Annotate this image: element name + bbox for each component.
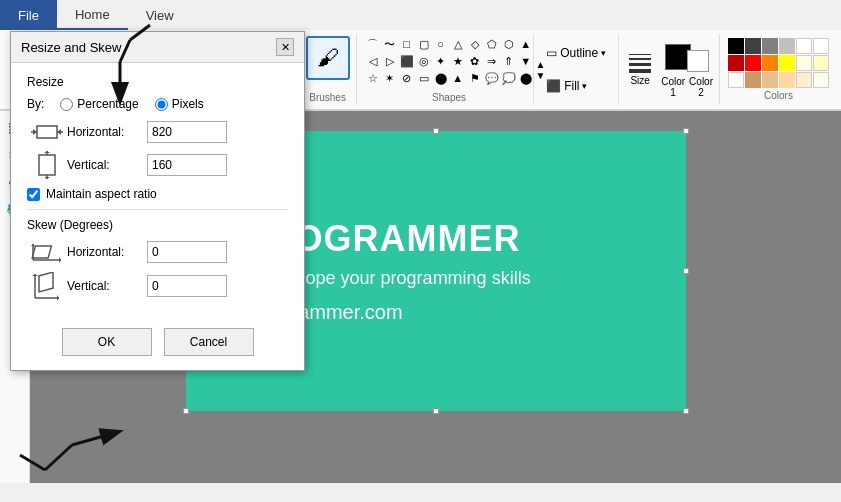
color-labels: Color 1 Color 2: [661, 76, 713, 98]
resize-h-icon: [30, 121, 67, 143]
skew-h-input[interactable]: [147, 241, 227, 263]
dialog-footer: OK Cancel: [30, 320, 304, 370]
shape-r3-6[interactable]: ▲: [450, 70, 466, 86]
handle-tr[interactable]: [683, 128, 689, 134]
shape-triangle[interactable]: △: [450, 36, 466, 52]
brushes-label: Brushes: [309, 92, 346, 103]
tab-view[interactable]: View: [128, 0, 192, 30]
svg-marker-7: [44, 151, 50, 153]
outline-fill-group: ▭ Outline ▾ ⬛ Fill ▾: [534, 34, 619, 105]
shape-arrow-scroll[interactable]: ▲: [518, 36, 534, 52]
svg-rect-5: [39, 155, 55, 175]
palette-grid: [728, 38, 829, 88]
shape-r3-8[interactable]: 💬: [484, 70, 500, 86]
shape-r2-2[interactable]: ▷: [382, 53, 398, 69]
shape-r3-10[interactable]: ⬤: [518, 70, 534, 86]
resize-h-label: Horizontal:: [67, 125, 147, 139]
palette-yellow[interactable]: [779, 55, 795, 71]
shape-r2-7[interactable]: ✿: [467, 53, 483, 69]
resize-v-input[interactable]: [147, 154, 227, 176]
skew-v-label: Vertical:: [67, 279, 147, 293]
palette-peach[interactable]: [779, 72, 795, 88]
brushes-button[interactable]: 🖌: [306, 36, 350, 80]
tab-file[interactable]: File: [0, 0, 57, 30]
palette-buff[interactable]: [796, 72, 812, 88]
palette-ivory[interactable]: [813, 72, 829, 88]
shape-hex[interactable]: ⬡: [501, 36, 517, 52]
shape-rect[interactable]: □: [399, 36, 415, 52]
resize-v-label: Vertical:: [67, 158, 147, 172]
handle-mr[interactable]: [683, 268, 689, 274]
shape-r3-7[interactable]: ⚑: [467, 70, 483, 86]
size-button[interactable]: Size: [625, 36, 655, 103]
shapes-grid: ⌒ 〜 □ ▢ ○ △ ◇ ⬠ ⬡ ▲ ◁ ▷ ⬛ ◎ ✦ ★: [365, 36, 534, 86]
outline-dropdown[interactable]: ▭ Outline ▾: [542, 44, 610, 62]
palette-orange[interactable]: [762, 55, 778, 71]
shape-r3-2[interactable]: ✶: [382, 70, 398, 86]
size-label: Size: [630, 75, 649, 86]
color1-label: Color 1: [661, 76, 685, 98]
palette-red1[interactable]: [728, 55, 744, 71]
palette-cream[interactable]: [813, 55, 829, 71]
handle-br[interactable]: [683, 408, 689, 414]
shape-pentagon[interactable]: ⬠: [484, 36, 500, 52]
shape-r3-3[interactable]: ⊘: [399, 70, 415, 86]
fill-arrow: ▾: [582, 81, 587, 91]
shape-r3-5[interactable]: ⬤: [433, 70, 449, 86]
fill-dropdown[interactable]: ⬛ Fill ▾: [542, 77, 610, 95]
color-swatch-row: [665, 42, 709, 72]
palette-white1[interactable]: [796, 38, 812, 54]
shape-curve[interactable]: ⌒: [365, 36, 381, 52]
dialog-overlay: Resize and Skew ✕ Resize By: Percentage: [30, 111, 305, 371]
shape-r2-9[interactable]: ⇑: [501, 53, 517, 69]
shape-r2-8[interactable]: ⇒: [484, 53, 500, 69]
shape-r3-1[interactable]: ☆: [365, 70, 381, 86]
maintain-aspect-checkbox[interactable]: [30, 188, 40, 201]
shape-r2-4[interactable]: ◎: [416, 53, 432, 69]
skew-h-row: Horizontal:: [30, 240, 288, 264]
palette-tan[interactable]: [762, 72, 778, 88]
palette-ltyellow[interactable]: [796, 55, 812, 71]
resize-h-input[interactable]: [147, 121, 227, 143]
svg-rect-14: [32, 246, 51, 258]
shape-r3-4[interactable]: ▭: [416, 70, 432, 86]
palette-brown1[interactable]: [728, 72, 744, 88]
shape-r2-3[interactable]: ⬛: [399, 53, 415, 69]
fill-icon: ⬛: [546, 79, 561, 93]
shape-r2-10[interactable]: ▼: [518, 53, 534, 69]
shape-r2-6[interactable]: ★: [450, 53, 466, 69]
svg-rect-19: [39, 272, 53, 292]
palette-black[interactable]: [728, 38, 744, 54]
palette-darkgray[interactable]: [745, 38, 761, 54]
skew-section-label: Skew (Degrees): [30, 218, 288, 232]
skew-v-row: Vertical:: [30, 272, 288, 300]
palette-gray[interactable]: [762, 38, 778, 54]
shape-wave[interactable]: 〜: [382, 36, 398, 52]
shapes-label: Shapes: [365, 92, 534, 103]
palette-white2[interactable]: [813, 38, 829, 54]
size-lines: [629, 54, 651, 73]
color2-swatch[interactable]: [687, 50, 709, 72]
skew-v-input[interactable]: [147, 275, 227, 297]
fill-label: Fill: [564, 79, 579, 93]
palette-lightgray[interactable]: [779, 38, 795, 54]
outline-arrow: ▾: [601, 48, 606, 58]
shapes-area: ⌒ 〜 □ ▢ ○ △ ◇ ⬠ ⬡ ▲ ◁ ▷ ⬛ ◎ ✦ ★: [357, 34, 535, 105]
shape-rounded-rect[interactable]: ▢: [416, 36, 432, 52]
resize-v-row: Vertical:: [30, 151, 288, 179]
ok-button[interactable]: OK: [62, 328, 152, 356]
handle-bm[interactable]: [433, 408, 439, 414]
shape-ellipse[interactable]: ○: [433, 36, 449, 52]
tab-home[interactable]: Home: [57, 0, 128, 30]
shape-diamond[interactable]: ◇: [467, 36, 483, 52]
palette-red2[interactable]: [745, 55, 761, 71]
handle-bl[interactable]: [183, 408, 189, 414]
svg-marker-11: [59, 257, 61, 263]
palette-brown2[interactable]: [745, 72, 761, 88]
handle-tm[interactable]: [433, 128, 439, 134]
resize-skew-dialog: Resize and Skew ✕ Resize By: Percentage: [30, 111, 305, 371]
cancel-button[interactable]: Cancel: [164, 328, 254, 356]
shape-r3-9[interactable]: 💭: [501, 70, 517, 86]
shape-r2-5[interactable]: ✦: [433, 53, 449, 69]
shape-r2-1[interactable]: ◁: [365, 53, 381, 69]
